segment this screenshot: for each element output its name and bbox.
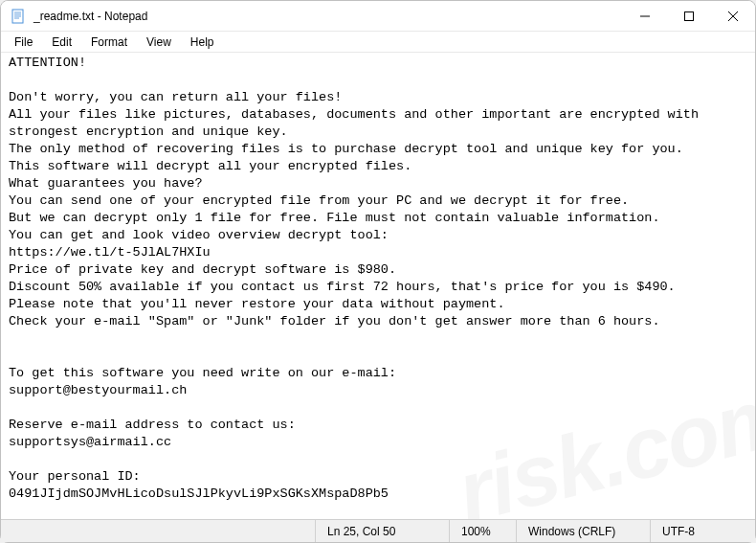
menu-edit[interactable]: Edit bbox=[42, 34, 81, 51]
window-controls bbox=[623, 1, 755, 31]
status-lineending: Windows (CRLF) bbox=[516, 520, 650, 542]
menu-format[interactable]: Format bbox=[81, 34, 137, 51]
notepad-window: _readme.txt - Notepad File Edit Format V… bbox=[0, 0, 756, 543]
minimize-button[interactable] bbox=[623, 1, 667, 31]
status-position: Ln 25, Col 50 bbox=[315, 520, 449, 542]
statusbar: Ln 25, Col 50 100% Windows (CRLF) UTF-8 bbox=[1, 519, 755, 542]
document-text: ATTENTION! Don't worry, you can return a… bbox=[9, 56, 706, 501]
status-encoding: UTF-8 bbox=[650, 520, 755, 542]
maximize-button[interactable] bbox=[667, 1, 711, 31]
status-zoom: 100% bbox=[449, 520, 516, 542]
watermark: risk.com bbox=[457, 403, 755, 502]
window-title: _readme.txt - Notepad bbox=[33, 10, 623, 23]
close-button[interactable] bbox=[711, 1, 755, 31]
notepad-icon bbox=[11, 9, 26, 24]
menubar: File Edit Format View Help bbox=[1, 32, 755, 53]
menu-help[interactable]: Help bbox=[181, 34, 224, 51]
menu-view[interactable]: View bbox=[137, 34, 181, 51]
svg-rect-6 bbox=[685, 11, 694, 20]
menu-file[interactable]: File bbox=[5, 34, 42, 51]
titlebar: _readme.txt - Notepad bbox=[1, 1, 755, 32]
status-spacer bbox=[1, 520, 315, 542]
text-area[interactable]: ATTENTION! Don't worry, you can return a… bbox=[1, 53, 755, 519]
